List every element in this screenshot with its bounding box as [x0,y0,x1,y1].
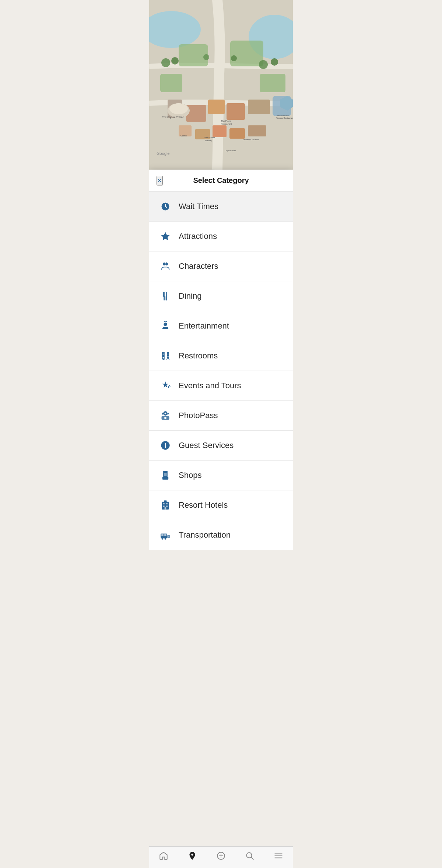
category-item-entertainment[interactable]: Entertainment [149,311,293,341]
svg-point-76 [162,538,164,540]
svg-point-20 [259,60,268,69]
svg-rect-10 [227,103,245,120]
svg-rect-74 [161,534,164,536]
svg-text:Restaurant: Restaurant [221,123,232,125]
category-label-dining: Dining [179,291,201,301]
svg-rect-62 [164,473,167,476]
svg-rect-3 [179,44,208,66]
dining-icon [158,289,173,303]
entertainment-icon [158,319,173,333]
svg-text:The Plaza: The Plaza [221,120,231,122]
close-button[interactable]: × [157,176,163,185]
svg-rect-17 [248,125,266,136]
category-label-entertainment: Entertainment [179,321,229,331]
svg-line-52 [167,357,168,360]
svg-point-21 [271,58,278,66]
category-label-events-tours: Events and Tours [179,381,241,390]
svg-rect-11 [248,100,270,114]
svg-rect-15 [213,125,227,137]
category-item-photopass[interactable]: PhotoPass [149,401,293,431]
svg-rect-65 [167,471,167,472]
category-item-transportation[interactable]: PTransportation [149,520,293,550]
svg-point-51 [167,352,169,354]
category-item-dining[interactable]: Dining [149,281,293,311]
svg-point-43 [166,263,168,264]
modal-header: × Select Category [149,170,293,192]
restrooms-icon [158,348,173,363]
svg-rect-9 [208,100,225,114]
svg-rect-5 [160,74,182,92]
svg-text:Bakery: Bakery [205,139,212,142]
svg-point-56 [165,413,166,414]
category-label-restrooms: Restrooms [179,351,218,361]
category-item-resort-hotels[interactable]: Resort Hotels [149,490,293,520]
transportation-icon: P [158,528,173,542]
svg-rect-8 [186,105,206,122]
svg-rect-73 [161,534,167,538]
category-item-events-tours[interactable]: Events and Tours [149,371,293,401]
category-item-guest-services[interactable]: iGuest Services [149,431,293,461]
svg-point-23 [231,55,237,61]
svg-text:Crystal Arts: Crystal Arts [225,149,236,152]
svg-point-58 [164,417,166,419]
svg-rect-64 [164,471,164,472]
svg-rect-68 [166,503,168,504]
svg-line-53 [168,357,169,360]
hotel-icon [158,498,173,513]
photopass-icon [158,408,173,423]
category-label-guest-services: Guest Services [179,441,234,450]
category-item-characters[interactable]: Characters [149,251,293,281]
svg-rect-48 [162,354,164,357]
svg-rect-75 [164,534,166,536]
svg-text:Disney Clothiers: Disney Clothiers [243,138,259,140]
category-label-transportation: Transportation [179,530,231,540]
svg-point-77 [165,538,166,540]
modal-title: Select Category [193,176,249,185]
svg-point-47 [162,352,164,354]
svg-rect-72 [164,500,167,502]
category-item-restrooms[interactable]: Restrooms [149,341,293,371]
svg-point-42 [164,263,165,264]
svg-text:Terrace Restaurant: Terrace Restaurant [276,117,293,119]
svg-rect-16 [229,128,245,139]
svg-point-46 [164,323,167,326]
category-label-photopass: PhotoPass [179,411,218,420]
events-icon [158,378,173,393]
svg-text:Main Street: Main Street [204,136,215,139]
category-label-attractions: Attractions [179,232,217,241]
map-background: Google The Crystal Palace The Plaza Rest… [149,0,293,170]
category-item-shops[interactable]: Shops [149,461,293,490]
svg-rect-70 [166,506,168,507]
svg-point-18 [161,58,170,67]
category-label-resort-hotels: Resort Hotels [179,500,228,510]
shops-icon [158,468,173,483]
category-item-wait-times[interactable]: Wait Times [149,192,293,222]
svg-text:i: i [165,442,166,449]
svg-rect-4 [230,41,263,66]
clock-icon [158,199,173,214]
category-label-characters: Characters [179,261,218,271]
category-label-wait-times: Wait Times [179,202,218,211]
info-icon: i [158,438,173,453]
category-modal: × Select Category Wait TimesAttractionsC… [149,170,293,550]
svg-point-22 [203,54,209,60]
svg-rect-71 [165,507,166,510]
category-item-attractions[interactable]: Attractions [149,222,293,251]
svg-rect-6 [260,74,285,92]
star-icon [158,229,173,244]
svg-text:Corner: Corner [180,135,187,137]
svg-text:Google: Google [157,151,169,156]
characters-icon [158,259,173,274]
svg-rect-67 [163,503,165,504]
category-list: Wait TimesAttractionsCharactersDiningEnt… [149,192,293,550]
category-label-shops: Shops [179,471,201,480]
svg-text:Tomorrowland: Tomorrowland [276,114,289,117]
svg-rect-69 [163,506,165,507]
svg-point-19 [171,57,179,65]
svg-line-50 [163,357,164,360]
svg-rect-63 [162,477,168,480]
svg-point-25 [169,103,188,114]
svg-text:The Crystal Palace: The Crystal Palace [162,116,184,119]
